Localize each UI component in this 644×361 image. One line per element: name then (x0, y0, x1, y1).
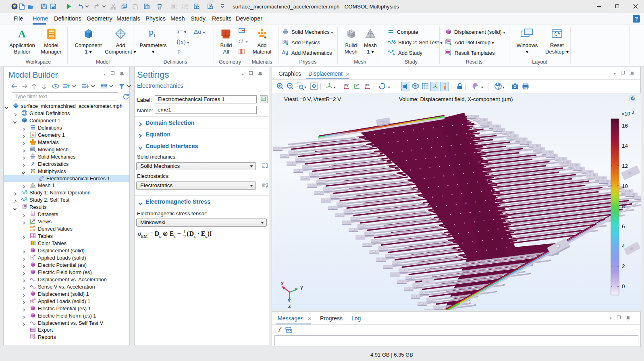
svg-text:16: 16 (622, 123, 628, 129)
svg-text:A: A (31, 132, 35, 137)
svg-text:8.85: 8.85 (30, 226, 35, 229)
svg-text:6: 6 (622, 223, 625, 229)
svg-text:A: A (18, 28, 26, 40)
svg-text:Pi: Pi (148, 29, 156, 39)
svg-text:xz: xz (366, 83, 370, 87)
svg-text:x: x (281, 280, 284, 287)
svg-text:12: 12 (622, 163, 628, 169)
svg-text:8: 8 (622, 203, 625, 209)
svg-text:4: 4 (622, 243, 625, 249)
svg-text:e-12: e-12 (30, 229, 35, 231)
svg-text:14: 14 (622, 143, 628, 149)
svg-text:2: 2 (622, 263, 625, 269)
svg-text:y: y (300, 284, 303, 290)
svg-text:xy: xy (345, 83, 349, 87)
svg-text:yz: yz (355, 83, 359, 87)
svg-text:0: 0 (622, 283, 625, 289)
svg-text:z: z (288, 303, 291, 309)
svg-text:10: 10 (622, 183, 628, 189)
